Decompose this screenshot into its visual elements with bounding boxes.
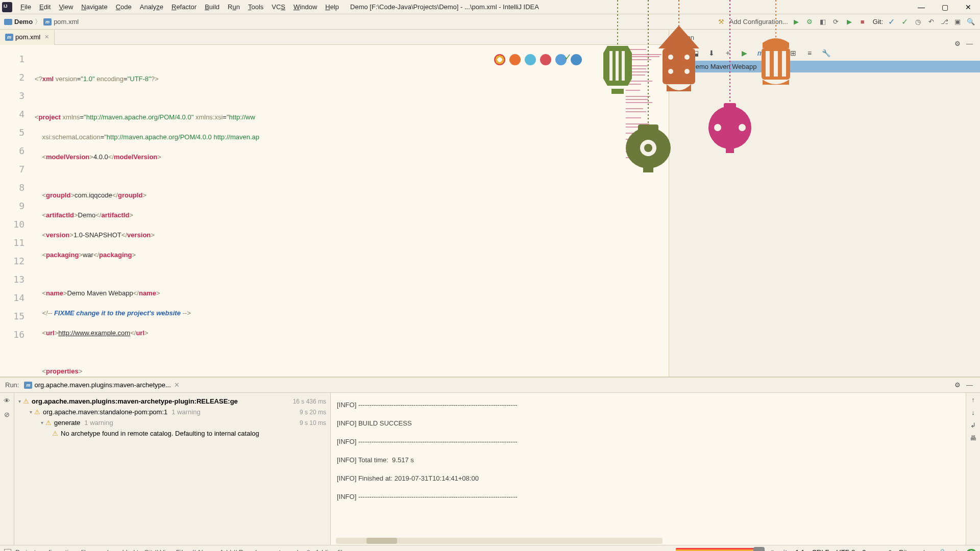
gc-icon[interactable]: ⊘ [770,548,775,551]
tree-row[interactable]: ▾⚠org.apache.maven.plugins:maven-archety… [18,396,326,407]
generate-icon[interactable]: ⬓ [691,48,700,58]
inspect-icon[interactable]: ⚠ [953,548,960,551]
pin-icon[interactable]: ⊘ [4,411,10,418]
scroll-bot-icon[interactable]: ↓ [971,409,975,416]
maven-run-icon: m [24,382,32,389]
tree-row[interactable]: ▾⚠generate1 warning9 s 10 ms [18,417,326,428]
panel-minimize-icon[interactable]: — [966,40,973,47]
output-line: [INFO] ---------------------------------… [337,396,960,414]
breadcrumb-file[interactable]: pom.xml [54,18,79,26]
run-tree[interactable]: ▾⚠org.apache.maven.plugins:maven-archety… [14,393,331,545]
git-commit-icon[interactable]: ✓ [899,17,910,27]
settings-icon[interactable]: 🔧 [821,48,830,58]
run-config-name[interactable]: org.apache.maven.plugins:maven-archetype… [34,381,170,389]
menu-build[interactable]: Build [201,1,224,13]
reload-icon[interactable]: ⟳ [674,48,683,58]
git-branch[interactable]: Git: master [898,548,931,551]
download-icon[interactable]: ⬇ [707,48,716,58]
add-icon[interactable]: ＋ [723,48,732,58]
window-title: Demo [F:\Code-Java\Projects\Demo] - ...\… [350,3,539,11]
tool-window-icon[interactable] [4,549,11,552]
menu-navigate[interactable]: Navigate [77,1,111,13]
maven-toolbar: ⟳ ⬓ ⬇ ＋ ▶ m ⇄ ⊞ ≡ 🔧 [669,45,980,61]
tab-label: pom.xml [15,33,40,41]
show-deps-icon[interactable]: ⊞ [789,48,798,58]
editor[interactable]: 12345678910111213141516 <?xml version="1… [0,45,669,377]
safari-icon[interactable] [525,54,536,65]
tab-pom[interactable]: m pom.xml ✕ [0,30,55,45]
menu-help[interactable]: Help [321,1,343,13]
scrollbar[interactable] [336,538,663,544]
search-icon[interactable]: 🔍 [966,17,976,27]
build-icon[interactable]: ⚒ [716,17,726,27]
collapse-icon[interactable]: ≡ [805,48,814,58]
mem-icon[interactable]: ↯ [782,548,788,551]
run-minimize-icon[interactable]: — [966,381,973,389]
chrome-icon[interactable] [494,54,505,65]
git-branch-icon[interactable]: ⎇ [939,17,949,27]
debug-icon[interactable]: ⚙ [804,17,815,27]
maven-project-item[interactable]: › m Demo Maven Webapp [669,61,980,72]
coverage-icon[interactable]: ◧ [818,17,828,27]
execute-icon[interactable]: m [756,48,765,58]
opera-icon[interactable] [540,54,551,65]
profile-icon[interactable]: ⟳ [831,17,841,27]
notifications-badge[interactable]: 2 [967,549,976,552]
menu-vcs[interactable]: VCS [267,1,289,13]
menu-run[interactable]: Run [224,1,244,13]
menu-tools[interactable]: Tools [244,1,267,13]
maximize-button[interactable]: ▢ [933,0,957,14]
add-configuration[interactable]: Add Configuration... [729,18,788,26]
line-sep[interactable]: CRLF [812,548,829,551]
edge-icon[interactable] [571,54,582,65]
app-icon [2,2,12,12]
code-area[interactable]: <?xml version="1.0" encoding="UTF-8"?> <… [31,45,623,377]
print-icon[interactable]: 🖶 [970,434,976,442]
output-line: [INFO] ---------------------------------… [337,488,960,506]
panel-settings-icon[interactable]: ⚙ [954,40,961,47]
folder-icon [4,19,12,25]
menu-window[interactable]: Window [289,1,321,13]
scrollbar-thumb[interactable] [366,538,397,544]
tree-row[interactable]: ⚠No archetype found in remote catalog. D… [18,428,326,439]
tab-close-icon[interactable]: ✕ [44,34,49,40]
menu-code[interactable]: Code [112,1,136,13]
run-maven-icon[interactable]: ▶ [740,48,749,58]
breadcrumb-root[interactable]: Demo [14,18,33,26]
git-update-icon[interactable]: ✓ [886,17,896,27]
soft-wrap-icon[interactable]: ↲ [970,421,976,429]
caret-pos[interactable]: 1:1 [795,548,804,551]
revert-icon[interactable]: ↶ [926,17,936,27]
scroll-top-icon[interactable]: ↑ [971,396,975,404]
spinner-icon: ⟳ [306,548,312,551]
firefox-icon[interactable] [509,54,521,65]
menu-view[interactable]: View [55,1,77,13]
minimap[interactable] [623,45,669,377]
run-output[interactable]: [INFO] ---------------------------------… [331,393,966,545]
show-icon[interactable]: 👁 [4,397,10,405]
structure-icon[interactable]: ▣ [952,17,963,27]
toggle-offline-icon[interactable]: ⇄ [772,48,781,58]
menu-file[interactable]: File [16,1,35,13]
output-line: [INFO] Finished at: 2019-07-31T10:14:41+… [337,469,960,488]
status-message[interactable]: Project configurations files can be adde… [15,548,299,551]
history-icon[interactable]: ◷ [913,17,923,27]
run-settings-icon[interactable]: ⚙ [954,381,961,389]
encoding[interactable]: UTF-8 [836,548,855,551]
indent[interactable]: 2 spaces* [862,548,891,551]
menu-analyze[interactable]: Analyze [136,1,167,13]
menu-bar: File Edit View Navigate Code Analyze Ref… [0,0,980,14]
inspection-ok-icon[interactable]: ✓ [564,48,572,66]
menu-refactor[interactable]: Refactor [167,1,201,13]
run-icon[interactable]: ▶ [791,17,801,27]
run2-icon[interactable]: ▶ [844,17,854,27]
menu-edit[interactable]: Edit [35,1,55,13]
run-close-icon[interactable]: ✕ [174,381,180,389]
tree-row[interactable]: ▾⚠org.apache.maven:standalone-pom:pom:11… [18,407,326,417]
stop-icon[interactable]: ■ [857,17,868,27]
run-header: Run: m org.apache.maven.plugins:maven-ar… [0,378,980,393]
minimize-button[interactable]: — [910,0,933,14]
run-label: Run: [5,381,19,389]
lock-icon[interactable]: 🔒 [938,548,946,551]
close-button[interactable]: ✕ [957,0,980,14]
